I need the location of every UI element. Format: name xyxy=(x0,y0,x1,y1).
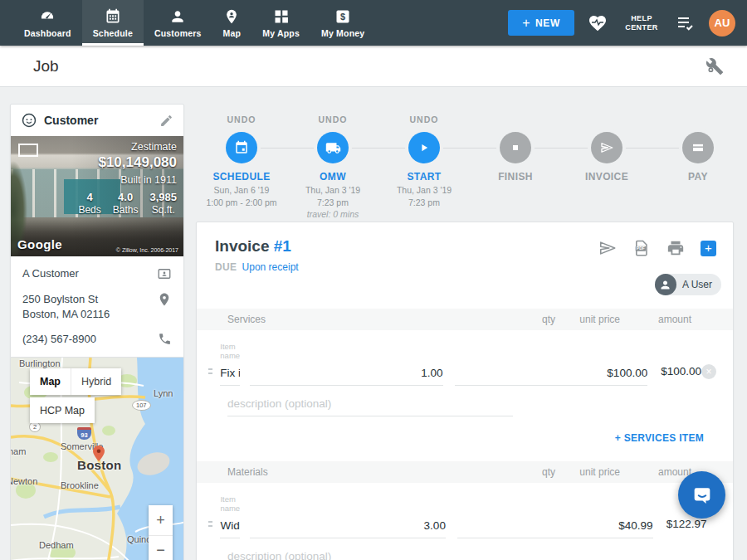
nav-item-label: My Money xyxy=(321,28,364,38)
item-name-input[interactable] xyxy=(220,513,240,538)
svg-text:PDF: PDF xyxy=(637,246,645,251)
nav-item-dashboard[interactable]: Dashboard xyxy=(13,0,82,46)
services-section-header: Services qty unit price amount xyxy=(197,309,733,330)
invoice-actions: PDF + xyxy=(598,239,716,257)
qty-column-header: qty xyxy=(502,314,555,325)
job-tools-icon[interactable] xyxy=(706,57,724,75)
material-line-item: Item name $122.97 xyxy=(197,483,733,560)
finish-step-button[interactable] xyxy=(500,132,531,163)
drag-handle[interactable] xyxy=(208,519,212,527)
add-services-item-link[interactable]: + SERVICES ITEM xyxy=(615,432,704,444)
description-input[interactable] xyxy=(227,391,513,416)
service-line-item: Item name $100.00 × xyxy=(197,330,733,416)
send-invoice-icon[interactable] xyxy=(598,239,617,257)
step-label: INVOICE xyxy=(585,171,628,183)
nav-item-my-money[interactable]: $ My Money xyxy=(310,0,375,46)
health-heart-icon[interactable] xyxy=(588,13,608,33)
remove-item-button[interactable]: × xyxy=(701,364,716,386)
invoice-card: Invoice #1 DUE Upon receipt PDF + A User… xyxy=(196,222,734,560)
step-detail: Thu, Jan 3 '197:23 pmtravel: 0 mins xyxy=(305,184,360,221)
zoom-in-button[interactable]: + xyxy=(149,505,173,535)
beds-value: 4 xyxy=(78,191,100,203)
job-timeline: UNDO SCHEDULE Sun, Jan 6 '191:00 pm - 2:… xyxy=(196,114,744,221)
due-label: DUE xyxy=(215,261,237,273)
nav-item-schedule[interactable]: Schedule xyxy=(82,0,144,46)
invoice-number[interactable]: #1 xyxy=(274,237,291,255)
schedule-step-button[interactable] xyxy=(226,132,257,163)
map-type-hybrid-button[interactable]: Hybrid xyxy=(71,368,121,395)
assignee-avatar-icon xyxy=(655,274,676,295)
start-step-button[interactable] xyxy=(408,132,440,163)
materials-section-header: Materials qty unit price amount xyxy=(197,461,733,483)
qty-input[interactable] xyxy=(250,360,443,386)
timeline-step-finish: FINISH xyxy=(470,114,561,221)
map-type-buttons: Map Hybrid xyxy=(30,368,121,395)
undo-link[interactable]: UNDO xyxy=(319,114,348,125)
omw-step-button[interactable] xyxy=(317,132,349,163)
property-photo: Zestimate $10,149,080 Built in 1911 4Bed… xyxy=(11,136,183,256)
edit-pencil-icon[interactable] xyxy=(159,114,173,128)
map-label-newton: Newton xyxy=(10,476,37,486)
pdf-icon[interactable]: PDF xyxy=(632,239,651,257)
calendar-icon xyxy=(234,140,249,155)
map-label-boston: Boston xyxy=(77,458,121,472)
task-list-icon[interactable] xyxy=(676,13,696,33)
close-icon: × xyxy=(701,364,716,379)
section-title: Materials xyxy=(227,466,502,478)
description-input[interactable] xyxy=(227,543,513,560)
person-pin-icon xyxy=(223,8,240,25)
item-name-input[interactable] xyxy=(220,360,240,386)
step-label: SCHEDULE xyxy=(212,171,270,183)
sqft-label: Sq.ft. xyxy=(149,204,177,216)
timeline-step-start: UNDO START Thu, Jan 3 '197:23 pm xyxy=(378,114,470,221)
customer-name: A Customer xyxy=(22,266,79,281)
qty-input[interactable] xyxy=(250,513,446,538)
baths-label: Baths xyxy=(113,204,139,216)
undo-link[interactable]: UNDO xyxy=(227,114,256,125)
step-label: OMW xyxy=(320,171,346,183)
photo-attribution: © Zillow, Inc. 2006-2017 xyxy=(116,247,178,253)
nav-item-customers[interactable]: Customers xyxy=(144,0,212,46)
zestimate-label: Zestimate xyxy=(78,141,177,153)
streetview-icon[interactable] xyxy=(18,144,38,157)
user-avatar[interactable]: AU xyxy=(709,10,735,37)
credit-card-icon xyxy=(691,140,706,155)
print-icon[interactable] xyxy=(666,239,685,257)
map-widget[interactable]: Burlington Lynn 107 2 93 Somerville ham … xyxy=(10,357,184,560)
add-invoice-button[interactable]: + xyxy=(701,241,716,256)
contact-card-icon[interactable] xyxy=(157,266,172,281)
assignee-chip[interactable]: A User xyxy=(655,274,721,295)
page-header: Job xyxy=(0,46,747,87)
map-type-map-button[interactable]: Map xyxy=(30,368,71,395)
due-value-link[interactable]: Upon receipt xyxy=(242,261,299,273)
qty-column-header: qty xyxy=(502,466,555,478)
customer-card: Customer Zestimate $10,149,080 Built in … xyxy=(10,104,184,391)
chat-fab-button[interactable] xyxy=(678,471,725,519)
add-services-row: + SERVICES ITEM xyxy=(197,416,733,461)
unit-price-input[interactable] xyxy=(457,513,653,538)
nav-items: Dashboard Schedule Customers Map My Apps… xyxy=(0,0,375,46)
help-center-link[interactable]: HELP CENTER xyxy=(621,14,662,32)
phone-icon[interactable] xyxy=(158,332,172,346)
built-year: Built in 1911 xyxy=(78,174,177,186)
item-name-label: Item name xyxy=(220,494,240,513)
invoice-step-button[interactable] xyxy=(591,132,622,163)
unit-price-column-header: unit price xyxy=(567,314,620,325)
zoom-out-button[interactable]: − xyxy=(149,535,173,560)
nav-item-my-apps[interactable]: My Apps xyxy=(251,0,310,46)
undo-link[interactable]: UNDO xyxy=(410,114,439,125)
map-label-brookline: Brookline xyxy=(61,480,99,490)
new-button[interactable]: + NEW xyxy=(508,10,574,36)
nav-item-label: Schedule xyxy=(93,28,133,38)
hcp-map-button[interactable]: HCP Map xyxy=(30,397,95,423)
customer-card-header: Customer xyxy=(11,105,183,136)
main-content: Customer Zestimate $10,149,080 Built in … xyxy=(0,87,747,560)
unit-price-input[interactable] xyxy=(455,360,648,386)
location-pin-icon[interactable] xyxy=(157,292,172,307)
customer-name-row: A Customer xyxy=(22,266,172,281)
nav-item-map[interactable]: Map xyxy=(212,0,252,46)
drag-handle[interactable] xyxy=(208,366,212,374)
plus-icon: + xyxy=(522,16,530,31)
pay-step-button[interactable] xyxy=(682,132,714,163)
nav-item-label: Map xyxy=(223,28,242,38)
